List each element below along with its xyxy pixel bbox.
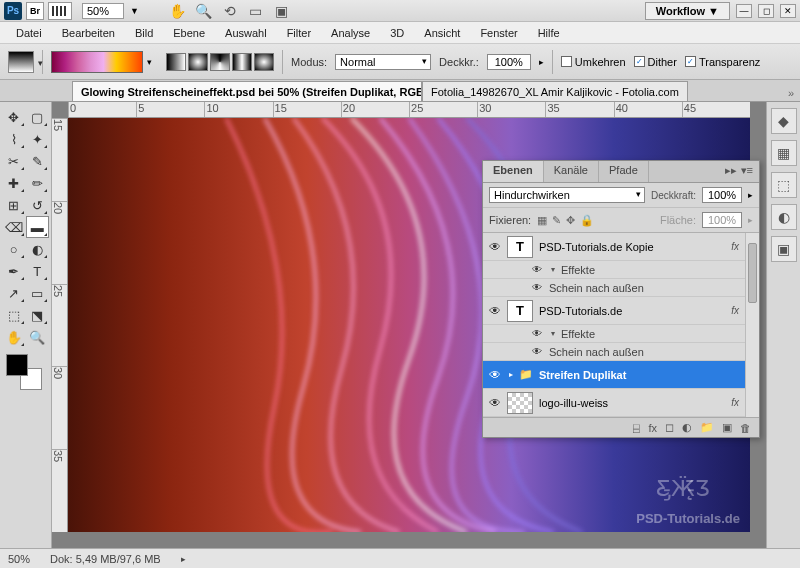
fx-badge[interactable]: fx	[731, 305, 739, 316]
eraser-tool[interactable]: ⌫	[2, 216, 26, 238]
rotate-view-icon[interactable]: ⟲	[221, 3, 239, 19]
panel-scrollbar[interactable]	[745, 233, 759, 417]
umkehren-checkbox[interactable]: Umkehren	[561, 56, 626, 68]
trash-icon[interactable]: 🗑	[740, 422, 751, 434]
zoom-tool-icon[interactable]: 🔍	[195, 3, 213, 19]
wand-tool[interactable]: ✦	[26, 128, 50, 150]
minimize-button[interactable]: —	[736, 4, 752, 18]
visibility-icon[interactable]: 👁	[529, 282, 545, 293]
crop-tool[interactable]: ✂	[2, 150, 26, 172]
layer-effect-row[interactable]: 👁 Schein nach außen	[483, 343, 759, 361]
eyedrop-tool[interactable]: ✎	[26, 150, 50, 172]
maximize-button[interactable]: ◻	[758, 4, 774, 18]
adjustments-panel-icon[interactable]: ◐	[771, 204, 797, 230]
document-tab-inactive[interactable]: Fotolia_14982670_XL Amir Kaljikovic - Fo…	[422, 81, 688, 101]
3d-tool[interactable]: ⬚	[2, 304, 26, 326]
deckkraft-input[interactable]: 100%	[702, 187, 742, 203]
link-layers-icon[interactable]: ⌸	[633, 422, 640, 434]
workspace-switcher[interactable]: Workflow ▼	[645, 2, 730, 20]
new-layer-icon[interactable]: ▣	[722, 421, 732, 434]
deckkraft-arrow[interactable]: ▸	[748, 190, 753, 200]
bridge-icon[interactable]: Br	[26, 2, 44, 20]
path-tool[interactable]: ↗	[2, 282, 26, 304]
menu-filter[interactable]: Filter	[277, 24, 321, 42]
gradient-dropdown-icon[interactable]: ▾	[147, 57, 152, 67]
fx-badge[interactable]: fx	[731, 397, 739, 408]
minibridge-icon[interactable]	[48, 2, 72, 20]
layer-effect-row[interactable]: 👁 ▾Effekte	[483, 261, 759, 279]
modus-combo[interactable]: Normal	[335, 54, 431, 70]
brush-tool[interactable]: ✏	[26, 172, 50, 194]
move-tool[interactable]: ✥	[2, 106, 26, 128]
group-icon[interactable]: 📁	[700, 421, 714, 434]
gradient-diamond[interactable]	[254, 53, 274, 71]
layer-mask-icon[interactable]: ◻	[665, 421, 674, 434]
status-dok[interactable]: Dok: 5,49 MB/97,6 MB	[50, 553, 161, 565]
tool-preset-picker[interactable]: ▾	[8, 51, 34, 73]
ruler-horizontal[interactable]: 051015202530354045	[68, 102, 750, 118]
zoom-tool[interactable]: 🔍	[26, 326, 50, 348]
panel-tab-pfade[interactable]: Pfade	[599, 161, 649, 182]
adjustment-layer-icon[interactable]: ◐	[682, 421, 692, 434]
tab-overflow-icon[interactable]: »	[782, 85, 800, 101]
layer-row[interactable]: 👁 logo-illu-weiss fx▸	[483, 389, 759, 417]
ruler-vertical[interactable]: 1520253035	[52, 118, 68, 532]
gradient-angle[interactable]	[210, 53, 230, 71]
close-button[interactable]: ✕	[780, 4, 796, 18]
hand-tool-icon[interactable]: ✋	[169, 3, 187, 19]
styles-panel-icon[interactable]: ⬚	[771, 172, 797, 198]
flaeche-input[interactable]: 100%	[702, 212, 742, 228]
menu-ebene[interactable]: Ebene	[163, 24, 215, 42]
arrange-icon[interactable]: ▭	[247, 3, 265, 19]
fx-badge[interactable]: fx	[731, 241, 739, 252]
swatches-panel-icon[interactable]: ▦	[771, 140, 797, 166]
panel-collapse-icon[interactable]: ▸▸	[725, 164, 737, 179]
layer-row-selected[interactable]: 👁 ▸ 📁 Streifen Duplikat	[483, 361, 759, 389]
menu-auswahl[interactable]: Auswahl	[215, 24, 277, 42]
hand-tool[interactable]: ✋	[2, 326, 26, 348]
color-panel-icon[interactable]: ◆	[771, 108, 797, 134]
lock-all-icon[interactable]: 🔒	[580, 214, 594, 227]
gradient-radial[interactable]	[188, 53, 208, 71]
gradient-picker[interactable]	[51, 51, 143, 73]
status-zoom[interactable]: 50%	[8, 553, 30, 565]
visibility-icon[interactable]: 👁	[529, 328, 545, 339]
panel-tab-kanaele[interactable]: Kanäle	[544, 161, 599, 182]
transparenz-checkbox[interactable]: ✓Transparenz	[685, 56, 760, 68]
lock-transparent-icon[interactable]: ▦	[537, 214, 547, 227]
gradient-linear[interactable]	[166, 53, 186, 71]
type-tool[interactable]: T	[26, 260, 50, 282]
visibility-icon[interactable]: 👁	[529, 264, 545, 275]
blendmode-combo[interactable]: Hindurchwirken	[489, 187, 645, 203]
panel-menu-icon[interactable]: ▾≡	[741, 164, 753, 179]
panel-tab-ebenen[interactable]: Ebenen	[483, 161, 544, 182]
pen-tool[interactable]: ✒	[2, 260, 26, 282]
menu-ansicht[interactable]: Ansicht	[414, 24, 470, 42]
menu-bild[interactable]: Bild	[125, 24, 163, 42]
layer-effect-row[interactable]: 👁 Schein nach außen	[483, 279, 759, 297]
visibility-icon[interactable]: 👁	[487, 368, 503, 382]
menu-datei[interactable]: Datei	[6, 24, 52, 42]
dither-checkbox[interactable]: ✓Dither	[634, 56, 677, 68]
3dcam-tool[interactable]: ⬔	[26, 304, 50, 326]
gradient-reflected[interactable]	[232, 53, 252, 71]
menu-3d[interactable]: 3D	[380, 24, 414, 42]
heal-tool[interactable]: ✚	[2, 172, 26, 194]
menu-bearbeiten[interactable]: Bearbeiten	[52, 24, 125, 42]
menu-analyse[interactable]: Analyse	[321, 24, 380, 42]
color-swatches[interactable]	[6, 354, 42, 390]
deckkr-input[interactable]: 100%	[487, 54, 531, 70]
layer-row[interactable]: 👁 T PSD-Tutorials.de Kopie fx▾	[483, 233, 759, 261]
visibility-icon[interactable]: 👁	[487, 240, 503, 254]
visibility-icon[interactable]: 👁	[487, 396, 503, 410]
lock-position-icon[interactable]: ✥	[566, 214, 575, 227]
gradient-tool[interactable]: ▬	[26, 216, 50, 238]
menu-hilfe[interactable]: Hilfe	[528, 24, 570, 42]
layer-effect-row[interactable]: 👁 ▾Effekte	[483, 325, 759, 343]
visibility-icon[interactable]: 👁	[487, 304, 503, 318]
visibility-icon[interactable]: 👁	[529, 346, 545, 357]
stamp-tool[interactable]: ⊞	[2, 194, 26, 216]
deckkr-arrow[interactable]: ▸	[539, 57, 544, 67]
shape-tool[interactable]: ▭	[26, 282, 50, 304]
menu-fenster[interactable]: Fenster	[470, 24, 527, 42]
